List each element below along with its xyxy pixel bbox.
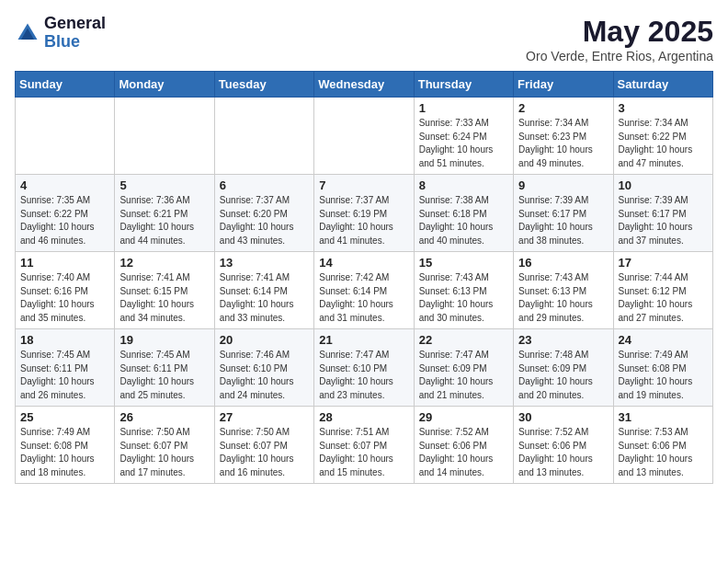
calendar-cell: 22Sunrise: 7:47 AM Sunset: 6:09 PM Dayli… [414, 329, 513, 407]
day-info: Sunrise: 7:51 AM Sunset: 6:07 PM Dayligh… [319, 426, 408, 479]
location-subtitle: Oro Verde, Entre Rios, Argentina [526, 49, 713, 63]
day-number: 27 [220, 410, 309, 424]
calendar-cell: 1Sunrise: 7:33 AM Sunset: 6:24 PM Daylig… [414, 98, 513, 175]
calendar-cell: 31Sunrise: 7:53 AM Sunset: 6:06 PM Dayli… [613, 407, 712, 484]
day-info: Sunrise: 7:53 AM Sunset: 6:06 PM Dayligh… [619, 426, 708, 479]
day-info: Sunrise: 7:34 AM Sunset: 6:23 PM Dayligh… [518, 117, 608, 170]
day-number: 1 [419, 101, 508, 115]
day-info: Sunrise: 7:40 AM Sunset: 6:16 PM Dayligh… [20, 271, 109, 325]
calendar-cell: 3Sunrise: 7:34 AM Sunset: 6:22 PM Daylig… [613, 98, 712, 175]
day-number: 3 [619, 101, 708, 115]
calendar-cell: 5Sunrise: 7:36 AM Sunset: 6:21 PM Daylig… [115, 175, 214, 252]
calendar-cell: 17Sunrise: 7:44 AM Sunset: 6:12 PM Dayli… [613, 252, 712, 329]
day-number: 15 [419, 256, 508, 270]
calendar-cell: 7Sunrise: 7:37 AM Sunset: 6:19 PM Daylig… [314, 175, 414, 252]
day-info: Sunrise: 7:39 AM Sunset: 6:17 PM Dayligh… [619, 194, 708, 247]
calendar-cell [314, 98, 414, 175]
day-info: Sunrise: 7:36 AM Sunset: 6:21 PM Dayligh… [119, 194, 209, 247]
calendar-cell: 24Sunrise: 7:49 AM Sunset: 6:08 PM Dayli… [613, 329, 712, 407]
day-number: 19 [119, 333, 209, 347]
day-info: Sunrise: 7:50 AM Sunset: 6:07 PM Dayligh… [220, 426, 309, 479]
day-number: 20 [220, 333, 309, 347]
day-info: Sunrise: 7:37 AM Sunset: 6:19 PM Dayligh… [319, 194, 408, 247]
calendar-cell: 23Sunrise: 7:48 AM Sunset: 6:09 PM Dayli… [514, 329, 613, 407]
day-info: Sunrise: 7:41 AM Sunset: 6:15 PM Dayligh… [119, 271, 209, 325]
day-info: Sunrise: 7:35 AM Sunset: 6:22 PM Dayligh… [20, 194, 109, 247]
calendar-cell: 4Sunrise: 7:35 AM Sunset: 6:22 PM Daylig… [16, 175, 115, 252]
day-number: 23 [518, 333, 608, 347]
calendar-cell: 27Sunrise: 7:50 AM Sunset: 6:07 PM Dayli… [214, 407, 313, 484]
day-number: 17 [619, 256, 708, 270]
day-info: Sunrise: 7:45 AM Sunset: 6:11 PM Dayligh… [20, 349, 109, 402]
calendar-cell: 11Sunrise: 7:40 AM Sunset: 6:16 PM Dayli… [16, 252, 115, 329]
day-info: Sunrise: 7:43 AM Sunset: 6:13 PM Dayligh… [419, 271, 508, 325]
calendar-week-row: 25Sunrise: 7:49 AM Sunset: 6:08 PM Dayli… [16, 407, 713, 484]
day-info: Sunrise: 7:38 AM Sunset: 6:18 PM Dayligh… [419, 194, 508, 247]
calendar-cell: 19Sunrise: 7:45 AM Sunset: 6:11 PM Dayli… [115, 329, 214, 407]
day-number: 8 [419, 178, 508, 192]
calendar-cell: 26Sunrise: 7:50 AM Sunset: 6:07 PM Dayli… [115, 407, 214, 484]
calendar-cell: 28Sunrise: 7:51 AM Sunset: 6:07 PM Dayli… [314, 407, 414, 484]
day-number: 10 [619, 178, 708, 192]
day-info: Sunrise: 7:52 AM Sunset: 6:06 PM Dayligh… [419, 426, 508, 479]
day-info: Sunrise: 7:49 AM Sunset: 6:08 PM Dayligh… [20, 426, 109, 479]
day-info: Sunrise: 7:42 AM Sunset: 6:14 PM Dayligh… [319, 271, 408, 325]
day-header-thursday: Thursday [414, 72, 513, 98]
calendar-cell: 14Sunrise: 7:42 AM Sunset: 6:14 PM Dayli… [314, 252, 414, 329]
day-number: 21 [319, 333, 408, 347]
logo-text: General Blue [44, 15, 106, 52]
day-number: 4 [20, 178, 109, 192]
calendar-week-row: 4Sunrise: 7:35 AM Sunset: 6:22 PM Daylig… [16, 175, 713, 252]
calendar-week-row: 11Sunrise: 7:40 AM Sunset: 6:16 PM Dayli… [16, 252, 713, 329]
calendar-cell: 12Sunrise: 7:41 AM Sunset: 6:15 PM Dayli… [115, 252, 214, 329]
day-number: 31 [619, 410, 708, 424]
day-info: Sunrise: 7:43 AM Sunset: 6:13 PM Dayligh… [518, 271, 608, 325]
calendar-cell: 8Sunrise: 7:38 AM Sunset: 6:18 PM Daylig… [414, 175, 513, 252]
day-number: 9 [518, 178, 608, 192]
day-info: Sunrise: 7:44 AM Sunset: 6:12 PM Dayligh… [619, 271, 708, 325]
calendar-cell: 2Sunrise: 7:34 AM Sunset: 6:23 PM Daylig… [514, 98, 613, 175]
day-number: 7 [319, 178, 408, 192]
calendar-cell: 25Sunrise: 7:49 AM Sunset: 6:08 PM Dayli… [16, 407, 115, 484]
day-number: 2 [518, 101, 608, 115]
calendar-cell: 21Sunrise: 7:47 AM Sunset: 6:10 PM Dayli… [314, 329, 414, 407]
day-info: Sunrise: 7:49 AM Sunset: 6:08 PM Dayligh… [619, 349, 708, 402]
day-info: Sunrise: 7:34 AM Sunset: 6:22 PM Dayligh… [619, 117, 708, 170]
day-info: Sunrise: 7:45 AM Sunset: 6:11 PM Dayligh… [119, 349, 209, 402]
calendar-cell: 18Sunrise: 7:45 AM Sunset: 6:11 PM Dayli… [16, 329, 115, 407]
day-header-sunday: Sunday [16, 72, 115, 98]
calendar-cell: 15Sunrise: 7:43 AM Sunset: 6:13 PM Dayli… [414, 252, 513, 329]
calendar-cell: 13Sunrise: 7:41 AM Sunset: 6:14 PM Dayli… [214, 252, 313, 329]
day-info: Sunrise: 7:39 AM Sunset: 6:17 PM Dayligh… [518, 194, 608, 247]
day-number: 29 [419, 410, 508, 424]
day-number: 11 [20, 256, 109, 270]
calendar-cell: 10Sunrise: 7:39 AM Sunset: 6:17 PM Dayli… [613, 175, 712, 252]
calendar-cell [214, 98, 313, 175]
day-info: Sunrise: 7:46 AM Sunset: 6:10 PM Dayligh… [220, 349, 309, 402]
title-area: May 2025 Oro Verde, Entre Rios, Argentin… [526, 15, 713, 63]
day-number: 22 [419, 333, 508, 347]
day-number: 28 [319, 410, 408, 424]
day-number: 14 [319, 256, 408, 270]
calendar-cell: 16Sunrise: 7:43 AM Sunset: 6:13 PM Dayli… [514, 252, 613, 329]
logo-icon [15, 20, 40, 46]
calendar-table: SundayMondayTuesdayWednesdayThursdayFrid… [15, 71, 713, 484]
logo: General Blue [15, 15, 106, 52]
day-number: 13 [220, 256, 309, 270]
day-number: 26 [119, 410, 209, 424]
calendar-cell: 20Sunrise: 7:46 AM Sunset: 6:10 PM Dayli… [214, 329, 313, 407]
day-info: Sunrise: 7:41 AM Sunset: 6:14 PM Dayligh… [220, 271, 309, 325]
calendar-week-row: 1Sunrise: 7:33 AM Sunset: 6:24 PM Daylig… [16, 98, 713, 175]
calendar-cell: 9Sunrise: 7:39 AM Sunset: 6:17 PM Daylig… [514, 175, 613, 252]
day-info: Sunrise: 7:33 AM Sunset: 6:24 PM Dayligh… [419, 117, 508, 170]
calendar-week-row: 18Sunrise: 7:45 AM Sunset: 6:11 PM Dayli… [16, 329, 713, 407]
month-title: May 2025 [526, 15, 713, 49]
day-number: 25 [20, 410, 109, 424]
day-header-saturday: Saturday [613, 72, 712, 98]
day-info: Sunrise: 7:47 AM Sunset: 6:09 PM Dayligh… [419, 349, 508, 402]
day-number: 6 [220, 178, 309, 192]
day-info: Sunrise: 7:37 AM Sunset: 6:20 PM Dayligh… [220, 194, 309, 247]
calendar-cell [115, 98, 214, 175]
calendar-cell: 6Sunrise: 7:37 AM Sunset: 6:20 PM Daylig… [214, 175, 313, 252]
day-header-monday: Monday [115, 72, 214, 98]
